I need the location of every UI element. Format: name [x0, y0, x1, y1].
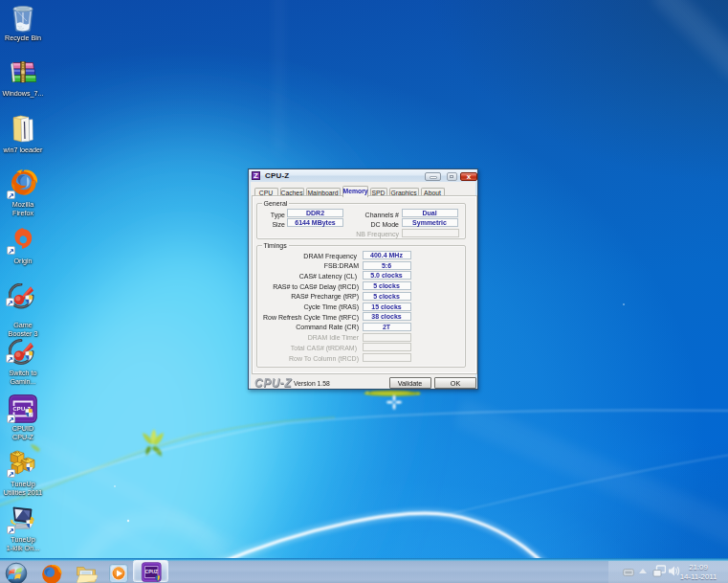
- svg-text:CPUZ: CPUZ: [144, 570, 157, 574]
